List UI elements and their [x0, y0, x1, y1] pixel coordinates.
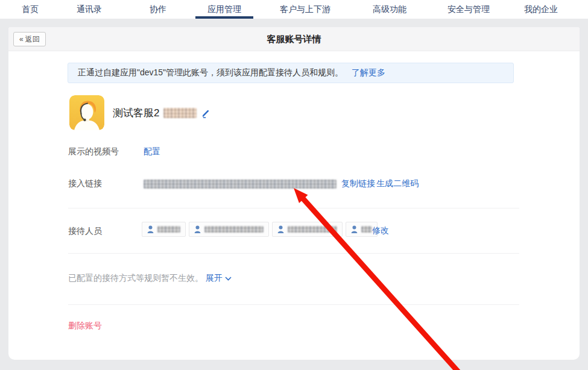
edit-pencil-icon[interactable]	[201, 108, 210, 118]
generate-qrcode-button[interactable]: 生成二维码	[376, 178, 419, 189]
person-icon	[194, 225, 201, 233]
nav-item-security[interactable]: 安全与管理	[447, 0, 490, 19]
person-icon	[147, 225, 154, 233]
page-title: 客服账号详情	[8, 34, 580, 45]
expand-rules-link[interactable]: 展开	[206, 273, 232, 284]
nav-item-advanced[interactable]: 高级功能	[373, 0, 406, 19]
nav-item-app-management[interactable]: 应用管理	[207, 0, 241, 19]
info-banner: 正通过自建应用"dev15"管理此账号，须到该应用配置接待人员和规则。 了解更多	[68, 63, 514, 83]
nav-item-collab[interactable]: 协作	[150, 0, 166, 19]
edit-staff-link[interactable]: 修改	[372, 225, 389, 236]
detail-card: « 返回 客服账号详情 正通过自建应用"dev15"管理此账号，须到该应用配置接…	[8, 27, 580, 360]
account-name-row: 测试客服2	[113, 106, 210, 120]
nav-item-my-company[interactable]: 我的企业	[524, 0, 558, 19]
staff-tag	[142, 222, 186, 237]
staff-label: 接待人员	[68, 226, 102, 237]
person-icon	[277, 225, 284, 233]
rules-status-text: 已配置的接待方式等规则暂不生效。	[68, 273, 203, 284]
staff-tag-list	[142, 222, 378, 237]
expand-label: 展开	[206, 273, 223, 284]
learn-more-link[interactable]: 了解更多	[352, 67, 385, 78]
person-icon	[351, 225, 358, 233]
redacted-member-name	[204, 226, 264, 233]
customer-service-avatar-icon	[69, 95, 104, 130]
nav-item-home[interactable]: 首页	[22, 0, 39, 19]
video-channel-label: 展示的视频号	[68, 146, 119, 157]
avatar	[69, 95, 104, 130]
chevron-down-icon	[225, 277, 232, 281]
delete-account-link[interactable]: 删除账号	[68, 321, 102, 331]
info-banner-text: 正通过自建应用"dev15"管理此账号，须到该应用配置接待人员和规则。	[78, 67, 343, 78]
redacted-name-suffix	[163, 108, 197, 118]
redacted-member-name	[157, 226, 180, 233]
access-link-label: 接入链接	[68, 178, 102, 189]
nav-item-customers[interactable]: 客户与上下游	[280, 0, 330, 19]
divider	[68, 208, 519, 209]
staff-tag	[189, 222, 269, 237]
account-name: 测试客服2	[113, 106, 159, 120]
rules-row: 已配置的接待方式等规则暂不生效。 展开	[68, 273, 232, 284]
staff-tag	[272, 222, 343, 237]
redacted-member-name	[361, 226, 372, 233]
redacted-access-url	[144, 180, 337, 189]
card-header: « 返回 客服账号详情	[8, 27, 580, 51]
copy-link-button[interactable]: 复制链接	[341, 178, 375, 189]
top-navigation: 首页 通讯录 协作 应用管理 客户与上下游 高级功能 安全与管理 我的企业	[0, 0, 588, 19]
nav-item-contacts[interactable]: 通讯录	[77, 0, 102, 19]
redacted-member-name	[288, 226, 337, 233]
divider	[68, 304, 519, 305]
divider	[68, 253, 519, 254]
configure-video-link[interactable]: 配置	[144, 146, 160, 157]
